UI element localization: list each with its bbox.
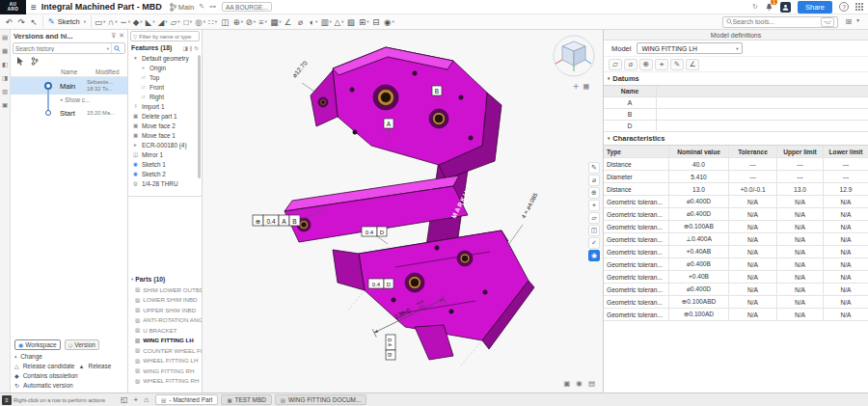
expand-caret-icon[interactable]: ▸ bbox=[61, 97, 63, 102]
document-tab[interactable]: ▤ - Machined Part bbox=[155, 394, 218, 405]
part-list-item[interactable]: ▧ COUNTER WHEEL FIT... bbox=[128, 345, 202, 356]
mbd-tool-button[interactable]: ◫ bbox=[588, 225, 600, 236]
refresh-icon[interactable]: ↻ bbox=[194, 45, 199, 51]
3d-scene[interactable]: MARKING ⊕ bbox=[203, 30, 603, 392]
part-list-item[interactable]: ▧ LOWER SHIM INBD bbox=[128, 295, 202, 306]
feature-tree-item[interactable]: ▣ Move face 2 bbox=[128, 121, 198, 130]
version-node-icon[interactable] bbox=[45, 110, 51, 116]
fcf-d-upper[interactable]: 0.4 D bbox=[362, 227, 387, 236]
fcf-d-lower[interactable]: 0.4 D bbox=[368, 279, 393, 288]
toolbar-tool[interactable]: ∩▾ bbox=[106, 15, 119, 28]
characteristic-row[interactable]: Geometric toleran... ⌀0.400D N/A N/A N/A bbox=[604, 284, 868, 296]
sidebar-icon[interactable]: ◨ bbox=[2, 74, 8, 82]
view-cube[interactable] bbox=[554, 36, 594, 76]
pin-icon[interactable]: ⊽ bbox=[111, 32, 116, 40]
datum-row[interactable]: A bbox=[604, 97, 868, 109]
mbd-tool-button[interactable]: ✓ bbox=[588, 237, 600, 249]
toolbar-tool[interactable]: ◉▾ bbox=[383, 15, 395, 28]
apps-grid-icon[interactable] bbox=[855, 3, 863, 11]
document-tab[interactable]: ▣ TEST MBD bbox=[221, 394, 271, 405]
toolbar-tool[interactable]: ↶ bbox=[3, 15, 15, 28]
pointer-icon[interactable] bbox=[16, 57, 24, 66]
reference-chip[interactable]: AA BOURGE... bbox=[222, 2, 272, 12]
datum-row[interactable]: B bbox=[604, 109, 868, 121]
sidebar-icon[interactable]: ▥ bbox=[2, 88, 8, 95]
toolbar-tool[interactable]: ▥▾ bbox=[320, 15, 333, 28]
toolbar-tool[interactable]: ↷ bbox=[15, 15, 28, 28]
part-list-item[interactable]: ▧ UPPER SHIM INBD bbox=[128, 305, 202, 315]
fcf-position-ab[interactable]: ⊕ 0.4 A B bbox=[253, 215, 300, 226]
user-avatar[interactable] bbox=[780, 2, 791, 13]
hamburger-menu-icon[interactable]: ≡ bbox=[31, 2, 37, 13]
expand-tabs-icon[interactable]: ◱ bbox=[121, 395, 128, 404]
suppress-icon[interactable]: ∥ bbox=[190, 45, 193, 51]
notifications-button[interactable]: 1 bbox=[765, 2, 773, 12]
feature-filter-box[interactable]: ▽ bbox=[130, 31, 200, 41]
status-corner-icon[interactable]: ≡ bbox=[2, 395, 12, 405]
characteristic-row[interactable]: Geometric toleran... ⊕0.100ABD N/A N/A N… bbox=[604, 296, 868, 309]
toolbar-tool[interactable]: ▱▾ bbox=[169, 15, 181, 28]
toolbar-tool[interactable]: ▦▾ bbox=[269, 15, 282, 28]
graphics-viewport[interactable]: MARKING ⊕ bbox=[203, 30, 603, 392]
feature-tree-item[interactable]: ◎ 1/4-28 THRU bbox=[128, 178, 198, 188]
add-tab-button[interactable]: + bbox=[134, 395, 139, 404]
characteristic-row[interactable]: Geometric toleran... ⌀0.400D N/A N/A N/A bbox=[604, 196, 868, 208]
toolbar-tool[interactable]: ∠ bbox=[283, 15, 295, 28]
view-settings-icon[interactable]: ✛ bbox=[574, 83, 580, 91]
workspace-node-icon[interactable] bbox=[44, 82, 52, 90]
feature-tree-item[interactable]: ⌖ Origin bbox=[128, 63, 198, 72]
sketch-button[interactable]: ✎ Sketch ▾ bbox=[42, 15, 92, 28]
part-list-item[interactable]: ▧ U BRACKET bbox=[128, 325, 202, 336]
feature-tree-item[interactable]: ◉ Sketch 1 bbox=[128, 159, 198, 169]
feature-tree-item[interactable]: ◉ Sketch 2 bbox=[128, 169, 198, 178]
mbd-tool-button[interactable]: ⌀ bbox=[588, 175, 600, 186]
toolbar-tool[interactable]: ⌀ bbox=[295, 15, 308, 28]
feature-tree-item[interactable]: ▸ ECR-000180 (4) bbox=[128, 140, 198, 149]
toolbar-tool[interactable]: ◎▾ bbox=[194, 15, 206, 28]
toolbar-tool[interactable]: ⊞▾ bbox=[358, 15, 370, 28]
datums-section-header[interactable]: ▾ Datums bbox=[604, 72, 868, 85]
mbd-tool-button[interactable]: ⊕ bbox=[588, 187, 600, 199]
model-tool-button[interactable]: ▱ bbox=[609, 59, 622, 70]
feature-tree-item[interactable]: ⇩ Import 1 bbox=[128, 101, 198, 111]
model-tool-button[interactable]: ⊕ bbox=[639, 59, 653, 70]
toolbar-tool[interactable]: ∷▾ bbox=[206, 15, 219, 28]
window-layout-icon[interactable]: ⊞ bbox=[846, 17, 853, 26]
app-logo[interactable]: AU ARO bbox=[0, 0, 26, 14]
toolbar-tool[interactable]: ⊟ bbox=[370, 15, 383, 28]
datum-flag-b[interactable]: B bbox=[432, 86, 442, 95]
feature-scrollbar[interactable] bbox=[198, 55, 201, 178]
toolbar-tool[interactable]: ▧ bbox=[345, 15, 358, 28]
characteristic-row[interactable]: Geometric toleran... ⊕0.100AB N/A N/A N/… bbox=[604, 221, 868, 233]
diameter-callout[interactable]: ⌀12.70 bbox=[290, 59, 309, 78]
toolbar-tool[interactable]: △▾ bbox=[333, 15, 345, 28]
search-tools-box[interactable]: ⌥/ bbox=[722, 16, 838, 28]
sidebar-icon[interactable]: ▤ bbox=[2, 34, 8, 41]
characteristics-section-header[interactable]: ▾ Characteristics bbox=[604, 132, 868, 145]
datum-flag-a[interactable]: A bbox=[384, 119, 393, 128]
column-modified[interactable]: Modified bbox=[95, 68, 120, 75]
part-list-item[interactable]: ▧ SHIM LOWER OUTBD bbox=[128, 284, 202, 295]
search-tools-input[interactable] bbox=[733, 18, 821, 25]
parts-header[interactable]: ▾ Parts (10) bbox=[128, 274, 202, 284]
part-list-item[interactable]: ▧ WING FITTING RH bbox=[128, 365, 202, 376]
mbd-tool-button[interactable]: ▱ bbox=[588, 212, 600, 224]
history-search-input[interactable] bbox=[15, 45, 105, 52]
model-tool-button[interactable]: ⌀ bbox=[624, 59, 637, 70]
feature-tree-item[interactable]: ▱ Front bbox=[128, 82, 198, 92]
help-icon[interactable]: ? bbox=[839, 2, 849, 12]
camera-icon[interactable]: ◉ bbox=[576, 379, 583, 388]
version-filter-chip[interactable]: ◇Version bbox=[65, 339, 99, 350]
model-tool-button[interactable]: ⌖ bbox=[655, 59, 668, 70]
workspace-filter-chip[interactable]: ◉Workspace bbox=[14, 339, 61, 350]
part-list-item[interactable]: ▧ ANTI-ROTATION ANG... bbox=[128, 315, 202, 326]
characteristic-row[interactable]: Geometric toleran... ⌀0.400D N/A N/A N/A bbox=[604, 208, 868, 221]
snapshot-icon[interactable]: ▣ bbox=[563, 379, 570, 388]
toolbar-tool[interactable]: ◆▾ bbox=[131, 15, 144, 28]
history-search-box[interactable]: ▾ bbox=[13, 42, 125, 54]
characteristic-row[interactable]: Geometric toleran... ⌖0.40B N/A N/A N/A bbox=[604, 271, 868, 284]
history-search-button[interactable] bbox=[111, 43, 122, 53]
characteristic-row[interactable]: Geometric toleran... ⊕0.100AD N/A N/A N/… bbox=[604, 309, 868, 321]
mbd-tool-button[interactable]: ⌖ bbox=[588, 200, 600, 211]
toolbar-tool[interactable]: ⊕▾ bbox=[231, 15, 244, 28]
